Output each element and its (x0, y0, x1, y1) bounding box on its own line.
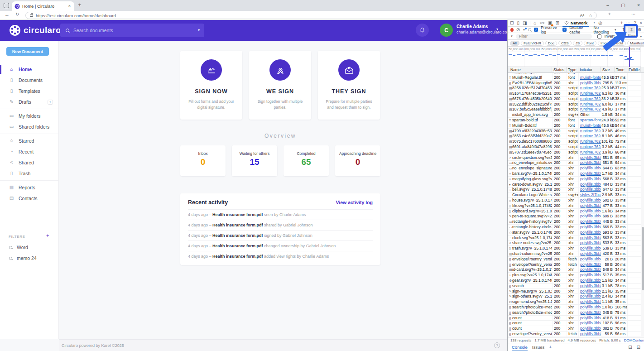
initiator-link[interactable]: polyfills.3bb837 (580, 155, 601, 160)
initiator-link[interactable]: polyfills.3bb837 (580, 326, 601, 331)
request-initiator[interactable]: runtime.762a71 (578, 96, 601, 101)
initiator-link[interactable]: runtime.762a71 (580, 91, 601, 96)
card-we-sign[interactable]: WE SIGNSign together with multiple parti… (249, 51, 311, 120)
initiator-link[interactable]: runtime.762a71 (580, 139, 601, 144)
network-request-row[interactable]: ✉sign-send.svg?v=25.1.0,17…200xhrpolyfil… (508, 299, 641, 305)
sidebar-item-shared-folders[interactable]: ▭Shared folders (0, 121, 59, 132)
initiator-link[interactable]: mulish-fonts.css (580, 75, 601, 80)
network-request-row[interactable]: {}search?photoSize=medium200xhrpolyfills… (508, 305, 641, 310)
network-request-row[interactable]: ▥chart-column.svg?v=25.1…200xhrpolyfills… (508, 251, 641, 257)
sidebar-item-reports[interactable]: ▥Reports (0, 182, 59, 193)
network-settings-gear-icon[interactable]: ⚙ (638, 28, 642, 32)
request-name[interactable]: sign-me.svg?v=25.1.0,174… (512, 289, 552, 294)
sidebar-item-starred[interactable]: ☆Starred (0, 135, 59, 146)
initiator-link[interactable]: polyfills.3bb837 (580, 219, 601, 224)
column-header-size[interactable]: Size (601, 67, 615, 73)
request-name[interactable]: star.svg?v=25.1.0,1748240… (512, 230, 552, 235)
requests-scrollbar[interactable] (641, 73, 644, 337)
window-minimize-button[interactable]: – (601, 0, 614, 11)
request-initiator[interactable]: polyfills.3bb837 (578, 267, 601, 272)
initiator-link[interactable]: polyfills.3bb837 (580, 284, 601, 288)
initiator-link[interactable]: polyfills.3bb837 (580, 262, 601, 267)
request-name[interactable]: file.svg?v=25.1.0,17482409… (512, 203, 552, 208)
network-request-row[interactable]: install_app_lines.svg200svg+x…Other1.5 k… (508, 112, 641, 118)
search-input[interactable]: Search documents ▾ (60, 24, 204, 37)
filter-chip-fetch-xhr[interactable]: Fetch/XHR (521, 41, 544, 46)
window-close-button[interactable]: × (632, 0, 644, 11)
request-initiator[interactable]: polyfills.3bb837 (578, 160, 601, 165)
initiator-link[interactable]: polyfills.3bb837 (580, 166, 601, 170)
request-name[interactable]: 5164.178a4ec3e4525145.js (512, 91, 552, 96)
initiator-link[interactable]: polyfills.3bb837 (580, 160, 601, 165)
network-request-row[interactable]: +plus.svg?v=25.1.0,1748240…200xhrpolyfil… (508, 273, 641, 278)
request-initiator[interactable]: spartan-fonts.css (578, 118, 601, 123)
column-header-fulfille[interactable]: Fulfille... (627, 67, 641, 73)
request-initiator[interactable]: polyfills.3bb837 (578, 257, 601, 262)
request-initiator[interactable]: polyfills.3bb837 (578, 246, 601, 251)
workspace-icon[interactable] (4, 3, 9, 8)
activity-row[interactable]: 4 days ago – Health insurance form.pdf s… (188, 230, 373, 240)
request-initiator[interactable]: mulish-fonts.css (578, 123, 601, 128)
network-request-row[interactable]: TMulish-Regular.ttf200fontmulish-fonts.c… (508, 75, 641, 81)
request-initiator[interactable]: … (578, 73, 601, 75)
initiator-link[interactable]: polyfills.3bb837 (580, 321, 601, 325)
network-request-row[interactable]: ▤6691.afa849f047a8296c.js200scriptruntim… (508, 144, 641, 150)
network-request-row[interactable]: {}envelope/?sentry_version…200fetchpolyf… (508, 332, 641, 337)
initiator-link[interactable]: runtime.762a71 (580, 144, 601, 149)
request-name[interactable]: install_app_lines.svg (512, 112, 552, 117)
initiator-link[interactable]: polyfills.3bb837 (580, 187, 601, 192)
request-initiator[interactable]: polyfills.3bb837 (578, 219, 601, 224)
request-initiator[interactable]: runtime.762a71 (578, 139, 601, 144)
stat-completed[interactable]: Completed65 (284, 145, 329, 176)
search-network-icon[interactable] (528, 28, 531, 31)
network-request-row[interactable]: ▭rectangle-history-circle-us…200xhrpolyf… (508, 225, 641, 230)
scrollbar-thumb[interactable] (642, 227, 644, 290)
disable-cache-checkbox[interactable]: ✓ (562, 28, 567, 32)
refresh-button[interactable]: ↻ (15, 12, 19, 17)
search-caret-icon[interactable]: ▾ (198, 29, 200, 32)
initiator-link[interactable]: polyfills.3bb837 (580, 171, 601, 176)
initiator-link[interactable]: polyfills.3bb837 (580, 236, 601, 240)
request-name[interactable]: 4799.a9f3220430f6e53c.js (512, 129, 552, 134)
filter-item-memo-24[interactable]: memo 24 (0, 253, 59, 264)
request-name[interactable]: envelope/?sentry_version… (512, 257, 552, 262)
request-name[interactable]: 2853.e4e63f5fdd229a75.js (512, 134, 552, 139)
activity-document[interactable]: Health insurance form.pdf (212, 254, 263, 259)
network-request-row[interactable]: ☆star.svg?v=25.1.0,1748240…200xhrpolyfil… (508, 230, 641, 236)
initiator-link[interactable]: polyfills.3bb837 (580, 316, 601, 320)
request-initiator[interactable]: polyfills.3bb837 (578, 155, 601, 160)
initiator-link[interactable]: polyfills.3bb837 (580, 294, 601, 298)
network-request-row[interactable]: ◌bell.svg?v=25.1.0,1748240…200xhrpolyfil… (508, 188, 641, 193)
request-initiator[interactable]: polyfills.3bb837 (578, 214, 601, 219)
collections-icon[interactable]: ✧ (608, 12, 611, 16)
column-header-status[interactable]: Status (552, 67, 567, 73)
request-name[interactable]: count (512, 316, 552, 321)
initiator-link[interactable]: polyfills.3bb837 (580, 299, 601, 304)
initiator-link[interactable]: polyfills.3bb837 (580, 305, 601, 309)
initiator-link[interactable]: runtime.762a71 (580, 102, 601, 106)
request-initiator[interactable]: polyfills.3bb837 (578, 332, 601, 337)
activity-row[interactable]: 4 days ago – Health insurance form.pdf a… (188, 251, 373, 261)
stat-waiting-for-others[interactable]: Waiting for others15 (232, 145, 277, 176)
filter-chip-all[interactable]: All (510, 41, 519, 46)
network-request-row[interactable]: {}count200xhrpolyfills.3bb837382 B70 ms (508, 326, 641, 332)
request-name[interactable]: …ages/png/… (512, 73, 552, 75)
network-request-row[interactable]: ⚙gear.svg?v=25.1.0,174824…200xhrpolyfill… (508, 278, 641, 284)
network-request-row[interactable]: ▤5787.cd1eee7d8745ec44.js200scriptruntim… (508, 150, 641, 155)
network-request-row[interactable]: ◔clock.svg?v=25.1.0,174824…200xhrpolyfil… (508, 236, 641, 241)
request-initiator[interactable]: runtime.762a71 (578, 129, 601, 134)
sidebar-item-contacts[interactable]: ▤Contacts (0, 193, 59, 204)
network-request-row[interactable]: Tspartan-bold.ttf200fontspartan-fonts.cs… (508, 118, 641, 123)
help-icon[interactable]: ? (494, 342, 500, 348)
request-initiator[interactable]: polyfills.3bb837 (578, 198, 601, 203)
sidebar-item-drafts[interactable]: ✎Drafts1 (0, 96, 59, 107)
request-initiator[interactable]: runtime.762a71 (578, 91, 601, 96)
network-request-row[interactable]: ▤5164.178a4ec3e4525145.js200scriptruntim… (508, 91, 641, 96)
request-initiator[interactable]: runtime.762a71 (578, 107, 601, 112)
initiator-link[interactable]: polyfills.3bb837 (580, 278, 601, 283)
request-initiator[interactable]: polyfills.3bb837 (578, 273, 601, 278)
device-toolbar-icon[interactable]: ▯ (517, 21, 519, 25)
request-initiator[interactable]: polyfills.3bb837 (578, 326, 601, 331)
request-initiator[interactable]: polyfills.3bb837 (578, 299, 601, 304)
request-initiator[interactable]: polyfills.3bb837 (578, 240, 601, 245)
